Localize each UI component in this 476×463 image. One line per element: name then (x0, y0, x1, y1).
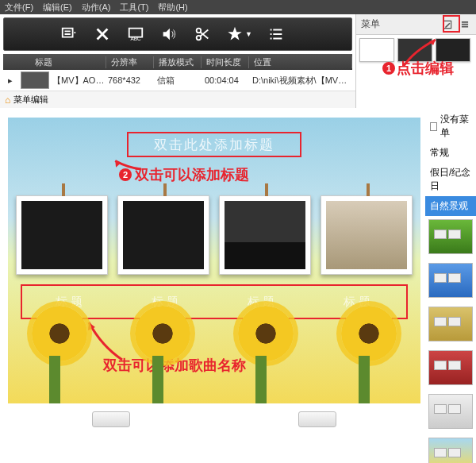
col-duration[interactable]: 时间长度 (202, 56, 249, 68)
template-item[interactable] (428, 394, 473, 429)
file-title: 【MV】AOA ... (52, 75, 108, 87)
template-item[interactable] (428, 350, 473, 385)
effects-menu[interactable]: ▼ (226, 25, 252, 43)
menu-edit[interactable]: 编辑(E) (43, 2, 72, 14)
sidebar-item-holiday[interactable]: 假日/纪念日 (425, 163, 476, 196)
svg-text:ABC: ABC (130, 36, 141, 41)
title-placeholder-box[interactable]: 双击此处添加标题 (127, 132, 301, 157)
list-icon[interactable] (267, 25, 286, 44)
file-resolution: 768*432 (108, 75, 157, 85)
photo-frame[interactable] (219, 195, 311, 275)
sidebar-item-general[interactable]: 常规 (425, 143, 476, 163)
template-item[interactable] (428, 438, 473, 463)
template-item[interactable] (428, 219, 473, 254)
file-row[interactable]: ▸ 【MV】AOA ... 768*432 信箱 00:04:04 D:\nik… (3, 70, 352, 91)
menu-action[interactable]: 动作(A) (82, 2, 111, 14)
col-title[interactable]: 标题 (3, 56, 106, 68)
template-category-list: 没有菜单 常规 假日/纪念日 自然景观 (425, 110, 476, 216)
sunflowers-bg (8, 284, 420, 403)
photo-frame[interactable] (16, 195, 108, 275)
sidebar-item-nomenu[interactable]: 没有菜单 (425, 110, 476, 143)
sidebar-item-scenery[interactable]: 自然景观 (425, 196, 476, 216)
annotation-1: 1 点击编辑 (382, 59, 454, 78)
photo-frame[interactable] (321, 195, 413, 275)
menu-file[interactable]: 文件(F) (5, 2, 33, 14)
breadcrumb: ⌂ 菜单编辑 (0, 91, 355, 108)
annotation-2: 2 双击可以添加标题 (119, 165, 249, 184)
toolbar: ABC ▼ (3, 17, 352, 51)
template-list[interactable] (425, 216, 476, 463)
volume-icon[interactable] (159, 25, 178, 44)
bottom-buttons (8, 411, 420, 427)
menu-preview[interactable]: 双击此处添加标题 2 双击可以添加标题 标题 标题 标题 标题 双击 (8, 118, 420, 403)
menu-help[interactable]: 帮助(H) (158, 2, 187, 14)
bottom-button-right[interactable] (298, 411, 336, 427)
col-resolution[interactable]: 分辨率 (106, 56, 154, 68)
list-view-button[interactable] (459, 18, 471, 31)
panel-title: 菜单 (361, 17, 380, 31)
file-playmode: 信箱 (157, 75, 205, 87)
bottom-button-left[interactable] (92, 411, 130, 427)
file-duration: 00:04:04 (205, 75, 252, 85)
file-location: D:\niki\视频素材\【MV】AOA - 动摇... (252, 75, 352, 87)
menubar: 文件(F) 编辑(E) 动作(A) 工具(T) 帮助(H) (0, 0, 476, 14)
photo-frame[interactable] (117, 195, 209, 275)
title-placeholder: 双击此处添加标题 (154, 136, 274, 154)
home-icon[interactable]: ⌂ (5, 95, 10, 106)
breadcrumb-label: 菜单编辑 (13, 94, 48, 106)
template-item[interactable] (428, 263, 473, 298)
template-item[interactable] (428, 307, 473, 341)
chevron-down-icon: ▼ (245, 30, 252, 38)
checkbox-icon[interactable] (430, 122, 437, 131)
file-thumbnail (21, 71, 49, 89)
panel-header: 菜单 (356, 14, 476, 35)
delete-icon[interactable] (93, 25, 112, 44)
badge-1: 1 (382, 62, 395, 75)
add-video-icon[interactable] (60, 25, 79, 44)
col-playmode[interactable]: 播放模式 (154, 56, 202, 68)
annotation-1-text: 点击编辑 (397, 59, 454, 78)
subtitle-icon[interactable]: ABC (126, 25, 145, 44)
play-icon[interactable]: ▸ (3, 75, 17, 86)
photo-rail (16, 195, 413, 275)
cut-icon[interactable] (193, 25, 212, 44)
edit-menu-button[interactable] (441, 18, 454, 31)
column-headers: 标题 分辨率 播放模式 时间长度 位置 (3, 54, 352, 70)
col-location[interactable]: 位置 (249, 56, 352, 68)
menu-tools[interactable]: 工具(T) (120, 2, 148, 14)
